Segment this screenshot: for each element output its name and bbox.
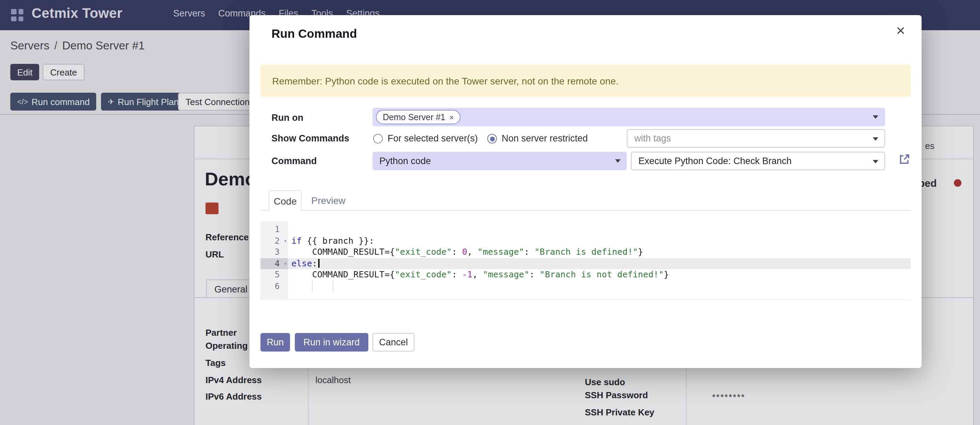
chevron-down-icon: [873, 115, 878, 119]
chevron-down-icon: [873, 160, 878, 163]
modal-title: Run Command: [272, 27, 357, 41]
tag-remove-icon[interactable]: ×: [449, 113, 454, 121]
text-cursor: [318, 258, 319, 267]
cancel-button[interactable]: Cancel: [372, 333, 414, 352]
label-run-on: Run on: [272, 113, 304, 123]
chevron-down-icon: [873, 137, 878, 141]
fold-caret-icon[interactable]: ▾: [283, 258, 287, 269]
gutter-line-3: 3: [261, 246, 288, 258]
radio-non-server-restricted-label[interactable]: Non server restricted: [502, 133, 588, 143]
gutter-line-6: 6: [261, 281, 288, 292]
tab-preview[interactable]: Preview: [311, 195, 346, 206]
tab-code[interactable]: Code: [269, 190, 302, 211]
command-type-value: Python code: [379, 156, 431, 166]
with-tags-placeholder: with tags: [634, 133, 671, 143]
code-line-5[interactable]: COMMAND_RESULT={"exit_code": -1, "messag…: [261, 269, 911, 281]
app-root: Cetmix Tower Servers Commands Files Tool…: [0, 0, 980, 425]
chevron-down-icon: [615, 159, 620, 163]
command-select-value: Execute Python Code: Check Branch: [638, 156, 792, 166]
command-select[interactable]: Execute Python Code: Check Branch: [631, 152, 885, 170]
run-on-field[interactable]: Demo Server #1 ×: [372, 108, 885, 126]
code-line-1[interactable]: [261, 224, 911, 235]
warning-alert: Remember: Python code is executed on the…: [261, 65, 911, 97]
gutter-line-4: 4▾: [261, 258, 288, 269]
gutter-line-2: 2▾: [261, 235, 288, 246]
warning-alert-text: Remember: Python code is executed on the…: [272, 75, 619, 86]
run-in-wizard-button[interactable]: Run in wizard: [295, 333, 368, 352]
code-editor[interactable]: if {{ branch }}: COMMAND_RESULT={"exit_c…: [261, 221, 911, 300]
code-line-3[interactable]: COMMAND_RESULT={"exit_code": 0, "message…: [261, 246, 911, 258]
gutter-line-1: 1: [261, 224, 288, 235]
tabs-separator: [261, 210, 911, 211]
code-line-6[interactable]: [261, 281, 911, 292]
code-gutter-cells: 12▾34▾56: [261, 224, 288, 292]
code-line-2[interactable]: if {{ branch }}:: [261, 235, 911, 246]
label-command: Command: [272, 156, 317, 166]
gutter-line-5: 5: [261, 269, 288, 281]
radio-for-selected-servers[interactable]: [373, 134, 383, 143]
close-icon[interactable]: ×: [896, 23, 905, 38]
fold-caret-icon[interactable]: ▾: [283, 235, 287, 246]
label-show-commands: Show Commands: [272, 133, 350, 143]
external-link-icon[interactable]: [898, 153, 911, 165]
code-line-4[interactable]: else:: [261, 258, 911, 269]
server-tag-pill: Demo Server #1 ×: [376, 110, 461, 124]
with-tags-select[interactable]: with tags: [627, 129, 885, 147]
screenshot-stage: Cetmix Tower Servers Commands Files Tool…: [0, 0, 980, 425]
radio-for-selected-servers-label[interactable]: For selected server(s): [388, 133, 478, 143]
command-type-select[interactable]: Python code: [372, 152, 627, 170]
run-command-modal: Run Command × Remember: Python code is e…: [250, 15, 921, 368]
radio-non-server-restricted[interactable]: [487, 134, 497, 143]
run-button[interactable]: Run: [261, 333, 290, 352]
code-lines: if {{ branch }}: COMMAND_RESULT={"exit_c…: [261, 224, 911, 292]
server-tag-label: Demo Server #1: [383, 112, 445, 122]
